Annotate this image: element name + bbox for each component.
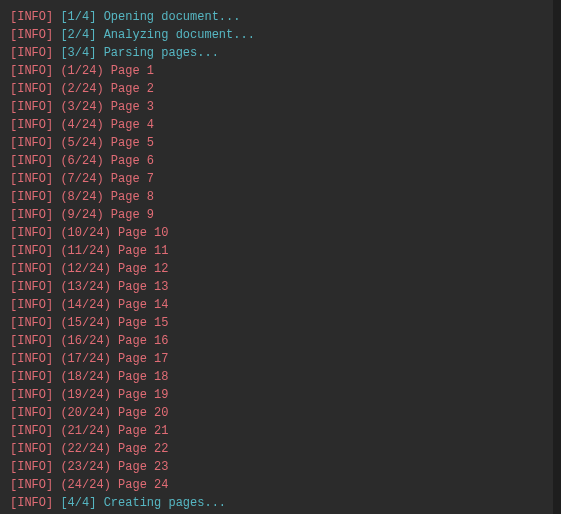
page-counter: (19/24) [60, 388, 110, 402]
log-page: [INFO] (12/24) Page 12 [10, 260, 543, 278]
page-label: Page 8 [111, 190, 154, 204]
page-counter: (2/24) [60, 82, 103, 96]
page-counter: (17/24) [60, 352, 110, 366]
page-counter: (15/24) [60, 316, 110, 330]
log-level-tag: [INFO] [10, 442, 53, 456]
log-level-tag: [INFO] [10, 280, 53, 294]
page-counter: (24/24) [60, 478, 110, 492]
log-page: [INFO] (16/24) Page 16 [10, 332, 543, 350]
step-counter: [1/4] [60, 10, 96, 24]
page-label: Page 13 [118, 280, 168, 294]
log-page: [INFO] (1/24) Page 1 [10, 62, 543, 80]
page-label: Page 3 [111, 100, 154, 114]
step-message: Parsing pages... [104, 46, 219, 60]
page-counter: (13/24) [60, 280, 110, 294]
log-level-tag: [INFO] [10, 64, 53, 78]
page-counter: (1/24) [60, 64, 103, 78]
step-counter: [2/4] [60, 28, 96, 42]
log-level-tag: [INFO] [10, 190, 53, 204]
log-level-tag: [INFO] [10, 46, 53, 60]
log-level-tag: [INFO] [10, 244, 53, 258]
page-counter: (20/24) [60, 406, 110, 420]
page-counter: (4/24) [60, 118, 103, 132]
log-level-tag: [INFO] [10, 118, 53, 132]
log-level-tag: [INFO] [10, 298, 53, 312]
page-label: Page 11 [118, 244, 168, 258]
log-page: [INFO] (24/24) Page 24 [10, 476, 543, 494]
page-label: Page 15 [118, 316, 168, 330]
log-level-tag: [INFO] [10, 154, 53, 168]
log-level-tag: [INFO] [10, 82, 53, 96]
page-label: Page 2 [111, 82, 154, 96]
page-counter: (6/24) [60, 154, 103, 168]
page-label: Page 12 [118, 262, 168, 276]
log-page: [INFO] (10/24) Page 10 [10, 224, 543, 242]
log-level-tag: [INFO] [10, 262, 53, 276]
log-level-tag: [INFO] [10, 208, 53, 222]
log-page: [INFO] (3/24) Page 3 [10, 98, 543, 116]
page-label: Page 5 [111, 136, 154, 150]
page-label: Page 21 [118, 424, 168, 438]
page-label: Page 10 [118, 226, 168, 240]
log-level-tag: [INFO] [10, 460, 53, 474]
log-step-open: [INFO] [1/4] Opening document... [10, 8, 543, 26]
log-page: [INFO] (8/24) Page 8 [10, 188, 543, 206]
log-page: [INFO] (17/24) Page 17 [10, 350, 543, 368]
page-label: Page 9 [111, 208, 154, 222]
page-counter: (23/24) [60, 460, 110, 474]
log-level-tag: [INFO] [10, 28, 53, 42]
log-level-tag: [INFO] [10, 478, 53, 492]
log-level-tag: [INFO] [10, 352, 53, 366]
page-counter: (22/24) [60, 442, 110, 456]
terminal-output: [INFO] [1/4] Opening document... [INFO] … [0, 0, 561, 514]
page-label: Page 14 [118, 298, 168, 312]
log-page: [INFO] (14/24) Page 14 [10, 296, 543, 314]
log-page: [INFO] (9/24) Page 9 [10, 206, 543, 224]
log-page: [INFO] (2/24) Page 2 [10, 80, 543, 98]
page-counter: (3/24) [60, 100, 103, 114]
log-level-tag: [INFO] [10, 370, 53, 384]
log-page: [INFO] (7/24) Page 7 [10, 170, 543, 188]
log-page: [INFO] (15/24) Page 15 [10, 314, 543, 332]
log-page: [INFO] (6/24) Page 6 [10, 152, 543, 170]
page-counter: (18/24) [60, 370, 110, 384]
log-level-tag: [INFO] [10, 406, 53, 420]
page-label: Page 7 [111, 172, 154, 186]
log-step-create: [INFO] [4/4] Creating pages... [10, 494, 543, 512]
log-page: [INFO] (22/24) Page 22 [10, 440, 543, 458]
log-page: [INFO] (5/24) Page 5 [10, 134, 543, 152]
log-page: [INFO] (18/24) Page 18 [10, 368, 543, 386]
page-label: Page 20 [118, 406, 168, 420]
page-label: Page 6 [111, 154, 154, 168]
page-counter: (11/24) [60, 244, 110, 258]
log-page: [INFO] (20/24) Page 20 [10, 404, 543, 422]
log-level-tag: [INFO] [10, 172, 53, 186]
page-label: Page 1 [111, 64, 154, 78]
step-message: Opening document... [104, 10, 241, 24]
log-page: [INFO] (21/24) Page 21 [10, 422, 543, 440]
page-counter: (8/24) [60, 190, 103, 204]
log-level-tag: [INFO] [10, 316, 53, 330]
log-step-parse: [INFO] [3/4] Parsing pages... [10, 44, 543, 62]
page-counter: (16/24) [60, 334, 110, 348]
step-counter: [4/4] [60, 496, 96, 510]
page-counter: (12/24) [60, 262, 110, 276]
page-label: Page 19 [118, 388, 168, 402]
page-counter: (9/24) [60, 208, 103, 222]
log-level-tag: [INFO] [10, 334, 53, 348]
log-level-tag: [INFO] [10, 388, 53, 402]
log-page: [INFO] (11/24) Page 11 [10, 242, 543, 260]
page-counter: (7/24) [60, 172, 103, 186]
log-page: [INFO] (4/24) Page 4 [10, 116, 543, 134]
page-counter: (5/24) [60, 136, 103, 150]
log-level-tag: [INFO] [10, 100, 53, 114]
log-level-tag: [INFO] [10, 226, 53, 240]
step-counter: [3/4] [60, 46, 96, 60]
page-label: Page 16 [118, 334, 168, 348]
step-message: Analyzing document... [104, 28, 255, 42]
log-page: [INFO] (19/24) Page 19 [10, 386, 543, 404]
step-message: Creating pages... [104, 496, 226, 510]
page-counter: (10/24) [60, 226, 110, 240]
page-label: Page 17 [118, 352, 168, 366]
page-label: Page 4 [111, 118, 154, 132]
